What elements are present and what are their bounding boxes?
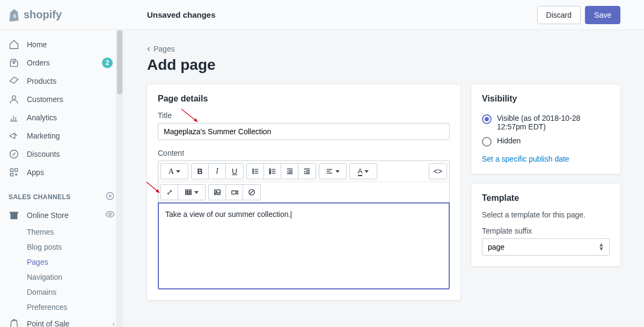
svg-rect-5 xyxy=(10,173,13,176)
sidebar-sub-blog-posts[interactable]: Blog posts xyxy=(0,239,123,255)
orders-badge: 2 xyxy=(102,57,113,68)
content-label: Content xyxy=(158,149,450,157)
editor-text: Take a view of our summer collection. xyxy=(165,210,292,219)
brand[interactable]: S shopify xyxy=(9,9,62,21)
sidebar-item-orders[interactable]: Orders 2 xyxy=(0,54,123,72)
insert-table-dropdown[interactable] xyxy=(178,185,205,200)
sidebar-item-online-store[interactable]: Online Store xyxy=(0,206,123,224)
pos-icon xyxy=(9,318,19,327)
insert-image-button[interactable] xyxy=(209,185,226,200)
sidebar-item-label: Orders xyxy=(27,59,94,67)
scrollbar-thumb[interactable] xyxy=(117,30,122,95)
add-channel-icon[interactable] xyxy=(105,191,115,202)
radio-icon xyxy=(482,114,492,124)
sidebar-item-customers[interactable]: Customers xyxy=(0,90,123,108)
sidebar-sub-themes[interactable]: Themes xyxy=(0,224,123,239)
breadcrumb[interactable]: ‹ Pages xyxy=(147,43,620,54)
template-suffix-label: Template suffix xyxy=(482,227,610,235)
svg-marker-39 xyxy=(156,189,159,193)
sidebar-item-products[interactable]: Products xyxy=(0,72,123,90)
clear-formatting-button[interactable] xyxy=(243,185,260,200)
paragraph-style-dropdown[interactable]: A xyxy=(161,164,188,179)
svg-marker-29 xyxy=(287,170,288,172)
sidebar-item-label: Point of Sale xyxy=(27,319,105,327)
page-title: Add page xyxy=(147,56,620,74)
svg-rect-3 xyxy=(10,169,13,171)
sidebar-item-pos[interactable]: Point of Sale › xyxy=(0,315,123,327)
chevron-down-icon: › xyxy=(112,319,115,327)
topbar-actions: Discard Save xyxy=(537,6,644,24)
topbar: S shopify Unsaved changes Discard Save xyxy=(0,0,644,30)
sidebar-item-analytics[interactable]: Analytics xyxy=(0,108,123,127)
scrollbar-track[interactable] xyxy=(116,30,123,327)
sidebar-item-label: Apps xyxy=(27,168,115,177)
indent-button[interactable] xyxy=(298,164,316,179)
underline-button[interactable]: U xyxy=(226,164,243,179)
template-suffix-select[interactable]: page xyxy=(482,238,610,256)
svg-rect-47 xyxy=(231,191,236,194)
svg-marker-48 xyxy=(236,191,238,194)
sidebar-item-marketing[interactable]: Marketing xyxy=(0,127,123,145)
title-input[interactable] xyxy=(158,123,450,140)
template-card: Template Select a template for this page… xyxy=(471,184,620,266)
svg-line-50 xyxy=(250,191,254,194)
numbered-list-button[interactable]: 123 xyxy=(264,164,281,179)
sidebar-item-label: Customers xyxy=(27,95,115,104)
visibility-card: Visibility Visible (as of 2018-10-28 12:… xyxy=(471,84,620,174)
bold-button[interactable]: B xyxy=(192,164,209,179)
visibility-hidden-option[interactable]: Hidden xyxy=(482,134,610,149)
title-label: Title xyxy=(158,111,450,120)
sidebar-item-home[interactable]: Home xyxy=(0,35,123,54)
sidebar-sub-domains[interactable]: Domains xyxy=(0,285,123,300)
sidebar-sub-navigation[interactable]: Navigation xyxy=(0,270,123,285)
select-caret-icon: ▲▼ xyxy=(598,243,604,251)
discounts-icon xyxy=(9,149,19,159)
outdent-button[interactable] xyxy=(281,164,298,179)
align-dropdown[interactable] xyxy=(319,164,346,179)
visibility-visible-option[interactable]: Visible (as of 2018-10-28 12:57pm EDT) xyxy=(482,111,610,134)
card-title: Visibility xyxy=(482,94,610,104)
sidebar-item-label: Discounts xyxy=(27,150,115,158)
radio-icon xyxy=(482,137,492,147)
sidebar-sub-preferences[interactable]: Preferences xyxy=(0,300,123,315)
editor-toolbar-row2 xyxy=(158,181,450,202)
page-details-card: Page details Title Content A B I xyxy=(147,84,460,300)
home-icon xyxy=(9,39,19,50)
sidebar-item-discounts[interactable]: Discounts xyxy=(0,145,123,163)
sidebar-item-label: Home xyxy=(27,40,115,49)
chevron-left-icon: ‹ xyxy=(147,43,150,54)
logo-area: S shopify xyxy=(0,9,123,21)
text-color-dropdown[interactable]: A xyxy=(350,164,377,179)
analytics-icon xyxy=(9,112,19,123)
svg-point-14 xyxy=(252,171,253,172)
radio-label: Visible (as of 2018-10-28 12:57pm EDT) xyxy=(497,114,610,131)
italic-button[interactable]: I xyxy=(209,164,226,179)
sidebar-section-sales-channels: SALES CHANNELS xyxy=(0,181,123,206)
sidebar-item-label: Products xyxy=(27,77,115,85)
marketing-icon xyxy=(9,130,19,141)
products-icon xyxy=(9,76,19,86)
insert-video-button[interactable] xyxy=(226,185,243,200)
insert-link-button[interactable] xyxy=(161,185,178,200)
svg-rect-4 xyxy=(15,169,18,171)
discard-button[interactable]: Discard xyxy=(537,6,581,24)
orders-icon xyxy=(9,57,19,68)
editor-toolbar: A B I U 123 xyxy=(158,161,450,181)
save-button[interactable]: Save xyxy=(585,6,620,24)
view-store-icon[interactable] xyxy=(105,209,115,221)
customers-icon xyxy=(9,94,19,105)
set-publish-date-link[interactable]: Set a specific publish date xyxy=(482,149,569,163)
sidebar-sub-pages[interactable]: Pages xyxy=(0,255,123,270)
svg-text:S: S xyxy=(13,13,16,18)
svg-text:3: 3 xyxy=(269,172,270,175)
sidebar: Home Orders 2 Products Customers Analyti… xyxy=(0,30,123,327)
online-store-icon xyxy=(9,210,19,221)
sidebar-item-apps[interactable]: Apps xyxy=(0,163,123,181)
svg-point-46 xyxy=(216,191,217,192)
content-editor[interactable]: Take a view of our summer collection. xyxy=(158,202,450,289)
svg-point-1 xyxy=(12,96,16,99)
bullet-list-button[interactable] xyxy=(247,164,264,179)
section-label: SALES CHANNELS xyxy=(9,193,71,201)
show-html-button[interactable]: <> xyxy=(429,164,447,179)
apps-icon xyxy=(9,167,19,178)
